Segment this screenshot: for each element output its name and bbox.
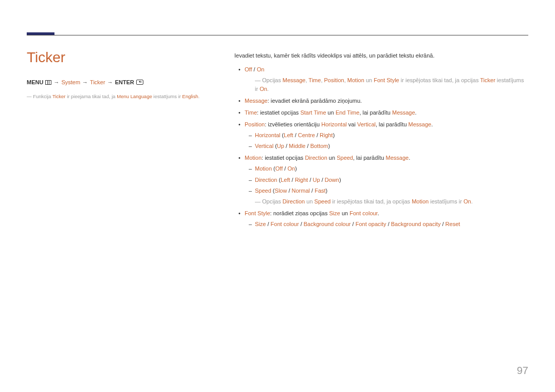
note-accent: English: [182, 94, 198, 99]
left-column: MENU → System → Ticker → ENTER ― Funkcij…: [27, 78, 212, 100]
breadcrumb-menu: MENU: [27, 78, 43, 87]
sublist-item-vertical: Vertical (Up / Middle / Bottom): [245, 142, 528, 151]
sublist: Size / Font colour / Background colour /…: [245, 220, 528, 229]
note-text: ― Funkcija: [27, 94, 52, 99]
option-off: Off: [245, 66, 252, 72]
breadcrumb-system: System: [61, 78, 80, 87]
note-text: .: [198, 94, 200, 99]
list-item-message: Message: ievadiet ekrānā parādāmo ziņoju…: [234, 97, 528, 105]
divider: [27, 35, 528, 35]
list-item-time: Time: iestatiet opcijas Start Time un En…: [234, 108, 528, 117]
sublist: Motion (Off / On) Direction (Left / Righ…: [245, 164, 528, 195]
list-item-off-on: Off / On ― Opcijas Message, Time, Positi…: [234, 65, 528, 94]
option-label: Time: [245, 109, 257, 116]
option-text: : ievadiet ekrānā parādāmo ziņojumu.: [268, 98, 362, 104]
left-note: ― Funkcija Ticker ir pieejama tikai tad,…: [27, 93, 212, 100]
top-list: Off / On ― Opcijas Message, Time, Positi…: [234, 65, 528, 229]
arrow-icon: →: [53, 78, 59, 87]
sublist-item-motion: Motion (Off / On): [245, 164, 528, 173]
note-accent: Ticker: [52, 94, 66, 99]
option-label: Font Style: [245, 210, 270, 216]
page-title: Ticker: [27, 49, 65, 66]
enter-icon: [136, 80, 143, 85]
list-item-position: Position: izvēlieties orientāciju Horizo…: [234, 120, 528, 151]
list-item-motion: Motion: iestatiet opcijas Direction un S…: [234, 154, 528, 206]
slash: /: [252, 66, 256, 72]
note-text: iestatījums ir: [152, 94, 182, 99]
breadcrumb-ticker: Ticker: [90, 78, 105, 87]
breadcrumb: MENU → System → Ticker → ENTER: [27, 78, 212, 87]
page-number: 97: [517, 365, 528, 377]
note-accent: Menu Language: [117, 94, 152, 99]
menu-icon: [45, 80, 51, 85]
option-label: Message: [245, 98, 268, 104]
arrow-icon: →: [82, 78, 88, 87]
sublist-item-horizontal: Horizontal (Left / Centre / Right): [245, 131, 528, 140]
option-label: Motion: [245, 155, 262, 161]
note-motion-on: ― Opcijas Direction un Speed ir iespējot…: [245, 197, 528, 206]
sublist-item-direction: Direction (Left / Right / Up / Down): [245, 176, 528, 184]
right-column: Ievadiet tekstu, kamēr tiek rādīts video…: [234, 51, 528, 232]
sublist: Horizontal (Left / Centre / Right) Verti…: [245, 131, 528, 151]
note-enabled-ticker: ― Opcijas Message, Time, Position, Motio…: [245, 76, 528, 94]
note-text: ir pieejama tikai tad, ja: [66, 94, 117, 99]
list-item-font-style: Font Style: norādiet ziņas opcijas Size …: [234, 209, 528, 229]
option-label: Position: [245, 121, 265, 127]
intro-text: Ievadiet tekstu, kamēr tiek rādīts video…: [234, 51, 528, 60]
sublist-item-font-options: Size / Font colour / Background colour /…: [245, 220, 528, 229]
option-on: On: [257, 66, 265, 72]
sublist-item-speed: Speed (Slow / Normal / Fast): [245, 186, 528, 195]
arrow-icon: →: [107, 78, 113, 87]
breadcrumb-enter: ENTER: [115, 78, 134, 87]
